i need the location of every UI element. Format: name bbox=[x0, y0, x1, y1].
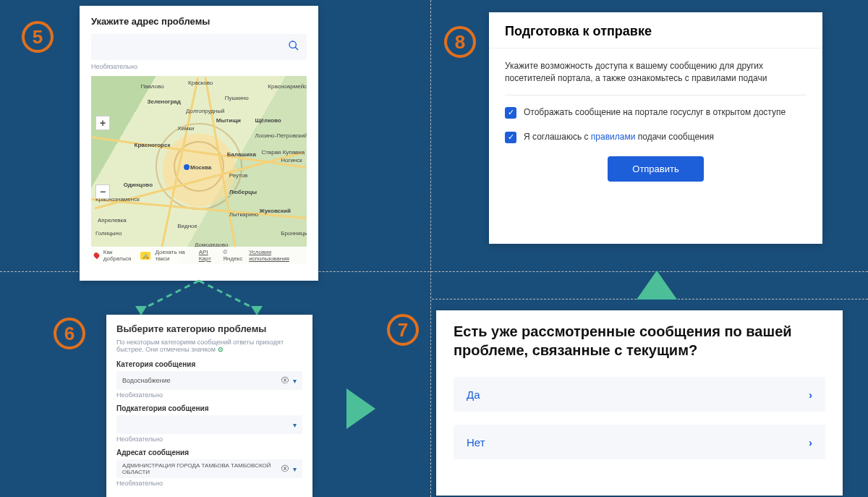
step8-submit-card: Подготовка к отправке Укажите возможност… bbox=[489, 12, 822, 244]
zoom-out-button[interactable]: − bbox=[95, 184, 110, 199]
addressee-label: Адресат сообщения bbox=[116, 449, 302, 456]
map-api-link[interactable]: API Карт bbox=[199, 249, 218, 262]
checkbox-public[interactable]: ✓ bbox=[505, 107, 516, 119]
svg-line-3 bbox=[199, 281, 257, 310]
map-label-pushkino: Пушкино bbox=[225, 95, 249, 101]
clear-icon[interactable]: ⓧ bbox=[281, 375, 289, 386]
addressee-optional: Необязательно bbox=[116, 480, 302, 487]
map-label-losino: Лосино-Петровский bbox=[255, 132, 307, 139]
checkbox-agree[interactable]: ✓ bbox=[505, 132, 516, 143]
category-label: Категория сообщения bbox=[116, 360, 302, 368]
pin-icon bbox=[93, 252, 100, 259]
subcategory-optional: Необязательно bbox=[116, 436, 302, 443]
chevron-down-icon bbox=[293, 465, 297, 473]
chevron-down-icon bbox=[293, 377, 297, 385]
step8-title: Подготовка к отправке bbox=[489, 12, 822, 48]
fast-response-icon: ⊙ bbox=[218, 346, 224, 353]
option-yes-label: Да bbox=[467, 388, 480, 401]
arrow-6-to-7 bbox=[346, 388, 375, 429]
step7-related-card: Есть уже рассмотренные сообщения по ваше… bbox=[436, 310, 843, 496]
map-label-krasnoarmeysk: Красноармейск bbox=[268, 83, 307, 90]
map-widget[interactable]: Москва Зеленоград Химки Мытищи Балашиха … bbox=[91, 76, 307, 264]
map-label-odintsovo: Одинцово bbox=[124, 182, 153, 188]
option-no-label: Нет bbox=[467, 436, 485, 449]
zoom-in-button[interactable]: + bbox=[95, 116, 110, 130]
map-route-link[interactable]: Как добраться bbox=[103, 249, 137, 262]
map-label-mytishchi: Мытищи bbox=[216, 117, 241, 124]
subcategory-label: Подкатегория сообщения bbox=[116, 404, 302, 412]
step-5-badge: 5 bbox=[22, 21, 54, 53]
option-yes[interactable]: Да › bbox=[454, 377, 825, 412]
svg-line-1 bbox=[295, 47, 298, 50]
step-8-badge: 8 bbox=[444, 26, 476, 58]
step-7-badge: 7 bbox=[387, 314, 419, 346]
submit-button[interactable]: Отправить bbox=[608, 156, 703, 182]
map-label-zelenograd: Зеленоград bbox=[147, 98, 180, 105]
connector-5-to-6 bbox=[127, 281, 271, 317]
step7-question: Есть уже рассмотренные сообщения по ваше… bbox=[454, 322, 825, 360]
option-no[interactable]: Нет › bbox=[454, 425, 825, 459]
step5-title: Укажите адрес проблемы bbox=[91, 16, 307, 27]
optional-hint: Необязательно bbox=[91, 63, 307, 70]
step-6-badge: 6 bbox=[54, 318, 85, 349]
map-label-vidnoye: Видное bbox=[177, 223, 197, 229]
chevron-right-icon: › bbox=[809, 436, 812, 449]
category-optional: Необязательно bbox=[116, 391, 302, 399]
map-label-noginsk: Ногинск bbox=[281, 157, 302, 163]
map-label-golitsyno: Голицыно bbox=[95, 230, 122, 237]
chevron-right-icon: › bbox=[809, 388, 812, 401]
map-label-krasnogorsk: Красногорск bbox=[135, 142, 171, 148]
step8-description: Укажите возможность доступа к вашему соо… bbox=[505, 60, 807, 85]
map-label-balashikha: Балашиха bbox=[227, 151, 256, 158]
map-label-khimki: Химки bbox=[177, 125, 194, 132]
category-select[interactable]: Водоснабжение ⓧ bbox=[116, 371, 302, 390]
checkbox-public-label: Отображать сообщение на портале госуслуг… bbox=[524, 107, 786, 117]
step6-subtitle: По некоторым категориям сообщений ответы… bbox=[116, 339, 302, 353]
rules-link[interactable]: правилами bbox=[591, 132, 636, 142]
map-label-aprelevka: Апрелевка bbox=[98, 217, 127, 224]
map-label-zhukovsky: Жуковский bbox=[259, 208, 290, 214]
map-label-moscow: Москва bbox=[190, 164, 211, 171]
svg-point-0 bbox=[289, 41, 296, 48]
map-copyright: © Яндекс bbox=[223, 249, 244, 262]
map-terms-link[interactable]: Условия использования bbox=[249, 249, 304, 262]
chevron-down-icon bbox=[293, 421, 297, 429]
map-label-bronnitsy: Бронницы bbox=[281, 230, 307, 237]
step6-title: Выберите категорию проблемы bbox=[116, 323, 302, 334]
address-search-input[interactable] bbox=[91, 34, 307, 60]
checkbox-agree-label: Я соглашаюсь с правилами подачи сообщени… bbox=[524, 132, 714, 142]
map-label-dolgoprudny: Долгопрудный bbox=[186, 108, 224, 114]
subcategory-select[interactable] bbox=[116, 415, 302, 434]
addressee-value: АДМИНИСТРАЦИЯ ГОРОДА ТАМБОВА ТАМБОВСКОЙ … bbox=[122, 462, 281, 475]
map-label-kraskovo: Красково bbox=[188, 80, 213, 86]
map-label-star-kupavna: Старая Купавна bbox=[261, 149, 305, 156]
step6-category-card: Выберите категорию проблемы По некоторым… bbox=[106, 315, 312, 497]
category-value: Водоснабжение bbox=[122, 377, 171, 384]
map-footer: Как добраться 🚕 Доехать на такси API Кар… bbox=[91, 247, 307, 264]
addressee-select[interactable]: АДМИНИСТРАЦИЯ ГОРОДА ТАМБОВА ТАМБОВСКОЙ … bbox=[116, 459, 302, 478]
search-icon bbox=[288, 40, 299, 54]
svg-line-2 bbox=[141, 281, 199, 310]
arrow-7-to-8 bbox=[637, 271, 677, 300]
map-label-lytkarino: Лыткарино bbox=[229, 211, 259, 218]
map-label-shchelkovo: Щёлково bbox=[255, 117, 281, 124]
clear-icon[interactable]: ⓧ bbox=[281, 464, 289, 474]
map-label-pavlovo: Павлово bbox=[141, 83, 164, 90]
map-taxi-link[interactable]: Доехать на такси bbox=[155, 249, 194, 262]
divider bbox=[505, 95, 807, 95]
map-label-reutov: Реутов bbox=[229, 172, 248, 179]
step5-address-card: Укажите адрес проблемы Необязательно Мос… bbox=[80, 6, 318, 281]
map-label-lyubertsy: Люберцы bbox=[229, 189, 257, 195]
